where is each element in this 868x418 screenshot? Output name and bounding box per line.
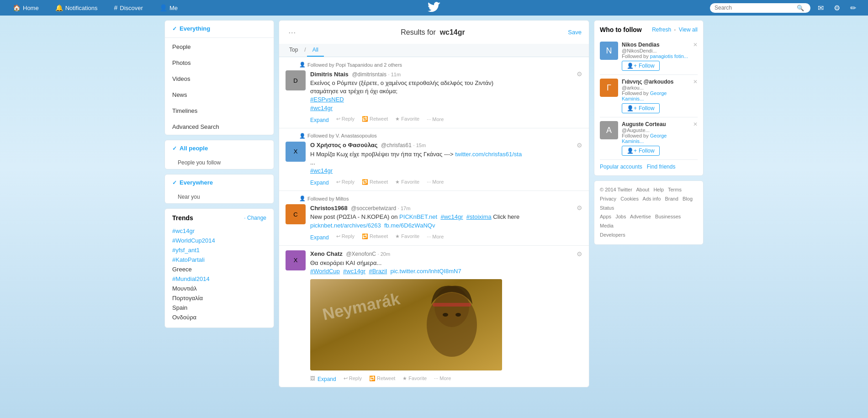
reply-button[interactable]: ↩ Reply: [344, 376, 362, 381]
tab-top[interactable]: Top: [284, 44, 303, 57]
footer-media[interactable]: Media: [600, 223, 614, 228]
hashtag-espvsned[interactable]: #ESPvsNED: [310, 96, 344, 103]
footer-status[interactable]: Status: [600, 205, 614, 211]
tab-all[interactable]: All: [307, 44, 324, 57]
more-options-button[interactable]: ···: [286, 25, 298, 39]
hashtag-wc14gr-4[interactable]: #wc14gr: [343, 268, 365, 275]
twitter-logo[interactable]: [428, 2, 440, 14]
trend-mundial[interactable]: #Mundial2014: [172, 274, 266, 284]
suggest-avatar[interactable]: A: [600, 121, 618, 139]
follow-button[interactable]: 👤+ Follow: [622, 61, 660, 71]
retweet-button[interactable]: 🔁 Retweet: [362, 233, 388, 239]
tweet-avatar[interactable]: D: [286, 70, 306, 90]
sidebar-item-everything[interactable]: ✓ Everything: [165, 21, 274, 37]
hashtag-wc14gr-2[interactable]: #wc14gr: [310, 167, 333, 174]
nav-notifications[interactable]: 🔔 Notifications: [52, 2, 101, 13]
footer-terms[interactable]: Terms: [668, 187, 682, 192]
view-all-link[interactable]: View all: [679, 26, 698, 33]
trend-spain[interactable]: Spain: [172, 303, 266, 312]
expand-button[interactable]: Expand: [310, 117, 329, 123]
trend-portogalia[interactable]: Πορτογαλία: [172, 293, 266, 303]
expand-button[interactable]: Expand: [310, 180, 329, 186]
trend-yfsf[interactable]: #yfsf_ant1: [172, 245, 266, 255]
trend-ondoura[interactable]: Ονδούρα: [172, 312, 266, 322]
more-button[interactable]: ··· More: [427, 234, 444, 239]
search-icon[interactable]: 🔍: [797, 5, 804, 11]
tweet-avatar[interactable]: X: [286, 250, 306, 270]
hashtag-worldcup[interactable]: #WorldCup: [310, 268, 340, 275]
tweet-link[interactable]: twitter.com/chrisfas61/sta: [455, 151, 522, 158]
favorite-button[interactable]: ★ Favorite: [395, 116, 419, 122]
tweet-link-picknbet2[interactable]: picknbet.net/archives/6263: [310, 222, 381, 229]
close-suggest-button[interactable]: ✕: [693, 121, 698, 127]
tweet-link-picknbet[interactable]: PICKnBET.net: [399, 213, 437, 220]
footer-cookies[interactable]: Cookies: [620, 196, 639, 201]
suggest-name[interactable]: Γιάννης @arkoudos: [622, 79, 689, 85]
refresh-link[interactable]: Refresh: [652, 26, 671, 33]
compose-icon[interactable]: ✏: [847, 2, 859, 14]
tweet-options-button[interactable]: ⚙: [577, 70, 582, 78]
more-button[interactable]: ··· More: [427, 179, 444, 185]
footer-adsinfo[interactable]: Ads info: [643, 196, 661, 201]
sidebar-item-news[interactable]: News: [165, 87, 274, 103]
sidebar-item-videos[interactable]: Videos: [165, 71, 274, 87]
sidebar-item-photos[interactable]: Photos: [165, 55, 274, 71]
more-button[interactable]: ··· More: [427, 116, 444, 122]
favorite-button[interactable]: ★ Favorite: [402, 376, 427, 381]
nav-home[interactable]: 🏠 Home: [9, 2, 42, 13]
tweet-options-button[interactable]: ⚙: [577, 250, 582, 258]
popular-accounts-link[interactable]: Popular accounts: [600, 164, 642, 170]
settings-icon[interactable]: ⚙: [831, 2, 843, 14]
hashtag-wc14gr-3[interactable]: #wc14gr: [440, 213, 463, 220]
tweet-author[interactable]: Ο Χρήστος ο Φασούλας: [310, 142, 377, 148]
suggest-avatar[interactable]: Γ: [600, 79, 618, 97]
trends-change[interactable]: · Change: [244, 215, 266, 221]
tweet-options-button[interactable]: ⚙: [577, 204, 582, 212]
sidebar-item-everywhere[interactable]: ✓ Everywhere: [165, 175, 274, 190]
tweet-pic-link[interactable]: pic.twitter.com/lnhtQI8mN7: [390, 268, 461, 275]
save-search-button[interactable]: Save: [568, 29, 582, 36]
tweet-author[interactable]: Dimitris Ntais: [310, 71, 349, 78]
trend-greece[interactable]: Greece: [172, 265, 266, 274]
trend-moundial[interactable]: Μουντιάλ: [172, 284, 266, 293]
retweet-button[interactable]: 🔁 Retweet: [369, 376, 395, 381]
footer-businesses[interactable]: Businesses: [655, 214, 681, 219]
search-box[interactable]: 🔍: [710, 3, 810, 13]
close-suggest-button[interactable]: ✕: [693, 42, 698, 48]
sidebar-item-people-follow[interactable]: People you follow: [165, 156, 274, 169]
footer-blog[interactable]: Blog: [683, 196, 693, 201]
footer-privacy[interactable]: Privacy: [600, 196, 616, 201]
nav-discover[interactable]: # Discover: [111, 2, 147, 13]
reply-button[interactable]: ↩ Reply: [336, 179, 355, 185]
expand-button[interactable]: Expand: [310, 234, 329, 241]
more-button[interactable]: ··· More: [434, 376, 451, 381]
retweet-button[interactable]: 🔁 Retweet: [362, 116, 388, 122]
favorite-button[interactable]: ★ Favorite: [395, 179, 419, 185]
sidebar-item-all-people[interactable]: ✓ All people: [165, 140, 274, 156]
tweet-handle[interactable]: @dimitrisntais: [352, 71, 386, 78]
tweet-image[interactable]: Neymarák: [310, 279, 502, 370]
footer-advertise[interactable]: Advertise: [630, 214, 651, 219]
reply-button[interactable]: ↩ Reply: [336, 116, 355, 122]
hashtag-wc14gr-1[interactable]: #wc14gr: [310, 105, 333, 111]
tweet-handle[interactable]: @chrisfas61: [381, 142, 412, 148]
sidebar-item-people[interactable]: People: [165, 39, 274, 55]
footer-jobs[interactable]: Jobs: [615, 214, 626, 219]
tweet-author[interactable]: Xeno Chatz: [310, 250, 343, 257]
close-suggest-button[interactable]: ✕: [693, 79, 698, 85]
retweet-button[interactable]: 🔁 Retweet: [362, 179, 388, 185]
suggest-avatar[interactable]: N: [600, 42, 618, 60]
search-input[interactable]: [715, 5, 797, 11]
trend-kato[interactable]: #KatoPartali: [172, 255, 266, 265]
tweet-avatar[interactable]: Χ: [286, 142, 306, 162]
sidebar-item-near-you[interactable]: Near you: [165, 190, 274, 203]
tweet-link-fb[interactable]: fb.me/6D6zWaNQv: [384, 222, 435, 229]
sidebar-item-timelines[interactable]: Timelines: [165, 103, 274, 119]
trend-worldcup2014[interactable]: #WorldCup2014: [172, 236, 266, 245]
tweet-handle[interactable]: @soccerbetwizard: [351, 205, 396, 212]
footer-apps[interactable]: Apps: [600, 214, 611, 219]
suggest-name[interactable]: Nikos Dendias: [622, 42, 689, 48]
trend-wc14gr[interactable]: #wc14gr: [172, 226, 266, 236]
expand-button[interactable]: Expand: [318, 376, 336, 382]
sidebar-item-advanced-search[interactable]: Advanced Search: [165, 119, 274, 135]
